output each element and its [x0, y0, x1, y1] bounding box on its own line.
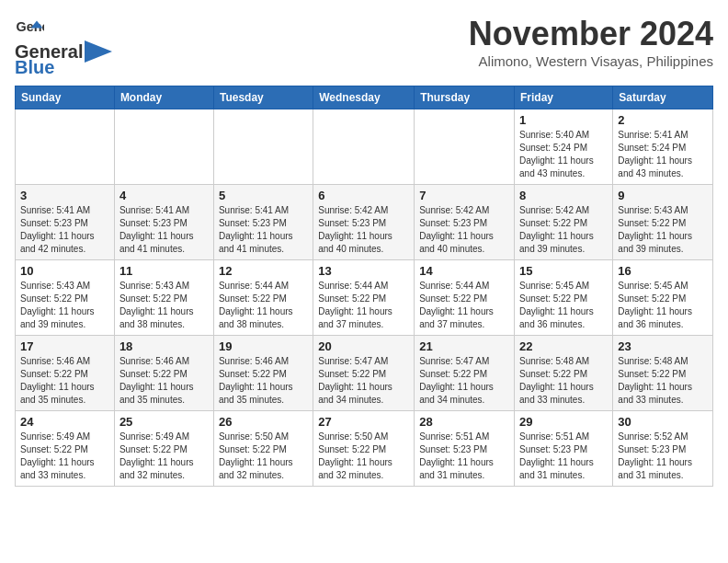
day-number: 22	[519, 339, 608, 353]
day-cell: 10Sunrise: 5:43 AM Sunset: 5:22 PM Dayli…	[16, 260, 115, 336]
day-info: Sunrise: 5:49 AM Sunset: 5:22 PM Dayligh…	[119, 431, 209, 482]
day-cell: 15Sunrise: 5:45 AM Sunset: 5:22 PM Dayli…	[515, 260, 613, 336]
header-saturday: Saturday	[613, 86, 713, 109]
day-cell: 9Sunrise: 5:43 AM Sunset: 5:22 PM Daylig…	[613, 185, 713, 260]
day-cell: 22Sunrise: 5:48 AM Sunset: 5:22 PM Dayli…	[515, 336, 613, 411]
day-info: Sunrise: 5:44 AM Sunset: 5:22 PM Dayligh…	[318, 280, 409, 331]
week-row-5: 24Sunrise: 5:49 AM Sunset: 5:22 PM Dayli…	[16, 411, 713, 487]
week-row-1: 1Sunrise: 5:40 AM Sunset: 5:24 PM Daylig…	[16, 109, 713, 185]
day-info: Sunrise: 5:50 AM Sunset: 5:22 PM Dayligh…	[318, 431, 409, 482]
day-number: 16	[618, 264, 708, 278]
day-info: Sunrise: 5:47 AM Sunset: 5:22 PM Dayligh…	[419, 355, 509, 407]
day-info: Sunrise: 5:46 AM Sunset: 5:22 PM Dayligh…	[219, 355, 308, 407]
day-number: 11	[119, 264, 209, 278]
day-cell: 21Sunrise: 5:47 AM Sunset: 5:22 PM Dayli…	[415, 336, 515, 411]
day-info: Sunrise: 5:45 AM Sunset: 5:22 PM Dayligh…	[618, 280, 708, 331]
header-monday: Monday	[114, 86, 213, 109]
day-info: Sunrise: 5:43 AM Sunset: 5:22 PM Dayligh…	[618, 204, 708, 256]
day-info: Sunrise: 5:47 AM Sunset: 5:22 PM Dayligh…	[318, 355, 409, 407]
day-number: 18	[119, 339, 209, 353]
day-info: Sunrise: 5:46 AM Sunset: 5:22 PM Dayligh…	[20, 355, 109, 407]
day-cell: 14Sunrise: 5:44 AM Sunset: 5:22 PM Dayli…	[415, 260, 515, 336]
day-number: 6	[318, 189, 409, 202]
day-cell: 8Sunrise: 5:42 AM Sunset: 5:22 PM Daylig…	[515, 185, 613, 260]
day-info: Sunrise: 5:41 AM Sunset: 5:23 PM Dayligh…	[219, 204, 308, 256]
day-number: 25	[119, 415, 209, 429]
day-cell	[415, 109, 515, 185]
day-info: Sunrise: 5:41 AM Sunset: 5:24 PM Dayligh…	[618, 129, 708, 180]
header-row: SundayMondayTuesdayWednesdayThursdayFrid…	[16, 86, 713, 109]
day-number: 14	[419, 264, 509, 278]
day-cell: 27Sunrise: 5:50 AM Sunset: 5:22 PM Dayli…	[313, 411, 415, 487]
day-cell	[16, 109, 115, 185]
day-cell: 30Sunrise: 5:52 AM Sunset: 5:23 PM Dayli…	[613, 411, 713, 487]
day-cell: 12Sunrise: 5:44 AM Sunset: 5:22 PM Dayli…	[213, 260, 313, 336]
day-cell	[114, 109, 213, 185]
day-info: Sunrise: 5:42 AM Sunset: 5:23 PM Dayligh…	[318, 204, 409, 256]
day-number: 29	[519, 415, 608, 429]
page-header: General General Blue November 2024 Alimo…	[15, 15, 713, 78]
month-title: November 2024	[469, 15, 713, 53]
day-info: Sunrise: 5:40 AM Sunset: 5:24 PM Dayligh…	[519, 129, 608, 180]
day-number: 20	[318, 339, 409, 353]
day-cell	[213, 109, 313, 185]
day-cell: 6Sunrise: 5:42 AM Sunset: 5:23 PM Daylig…	[313, 185, 415, 260]
day-number: 30	[618, 415, 708, 429]
header-thursday: Thursday	[415, 86, 515, 109]
day-number: 2	[618, 113, 708, 127]
svg-marker-2	[85, 40, 112, 63]
week-row-2: 3Sunrise: 5:41 AM Sunset: 5:23 PM Daylig…	[16, 185, 713, 260]
day-number: 7	[419, 189, 509, 202]
header-sunday: Sunday	[16, 86, 115, 109]
day-number: 26	[219, 415, 308, 429]
day-number: 9	[618, 189, 708, 202]
day-info: Sunrise: 5:44 AM Sunset: 5:22 PM Dayligh…	[419, 280, 509, 331]
day-cell: 1Sunrise: 5:40 AM Sunset: 5:24 PM Daylig…	[515, 109, 613, 185]
day-info: Sunrise: 5:51 AM Sunset: 5:23 PM Dayligh…	[519, 431, 608, 482]
day-info: Sunrise: 5:48 AM Sunset: 5:22 PM Dayligh…	[519, 355, 608, 407]
day-info: Sunrise: 5:43 AM Sunset: 5:22 PM Dayligh…	[119, 280, 209, 331]
day-number: 27	[318, 415, 409, 429]
day-cell: 18Sunrise: 5:46 AM Sunset: 5:22 PM Dayli…	[114, 336, 213, 411]
day-info: Sunrise: 5:52 AM Sunset: 5:23 PM Dayligh…	[618, 431, 708, 482]
day-cell: 24Sunrise: 5:49 AM Sunset: 5:22 PM Dayli…	[16, 411, 115, 487]
day-info: Sunrise: 5:41 AM Sunset: 5:23 PM Dayligh…	[20, 204, 109, 256]
location-subtitle: Alimono, Western Visayas, Philippines	[469, 53, 713, 69]
day-number: 8	[519, 189, 608, 202]
logo-blue: Blue	[15, 57, 54, 78]
day-cell: 5Sunrise: 5:41 AM Sunset: 5:23 PM Daylig…	[213, 185, 313, 260]
day-info: Sunrise: 5:42 AM Sunset: 5:23 PM Dayligh…	[419, 204, 509, 256]
day-number: 28	[419, 415, 509, 429]
logo-area: General General Blue	[15, 15, 114, 78]
day-cell: 2Sunrise: 5:41 AM Sunset: 5:24 PM Daylig…	[613, 109, 713, 185]
day-number: 15	[519, 264, 608, 278]
day-info: Sunrise: 5:51 AM Sunset: 5:23 PM Dayligh…	[419, 431, 509, 482]
day-number: 12	[219, 264, 308, 278]
day-info: Sunrise: 5:45 AM Sunset: 5:22 PM Dayligh…	[519, 280, 608, 331]
day-number: 23	[618, 339, 708, 353]
day-info: Sunrise: 5:43 AM Sunset: 5:22 PM Dayligh…	[20, 280, 109, 331]
day-cell: 29Sunrise: 5:51 AM Sunset: 5:23 PM Dayli…	[515, 411, 613, 487]
day-number: 4	[119, 189, 209, 202]
day-number: 1	[519, 113, 608, 127]
week-row-4: 17Sunrise: 5:46 AM Sunset: 5:22 PM Dayli…	[16, 336, 713, 411]
day-number: 13	[318, 264, 409, 278]
day-number: 24	[20, 415, 109, 429]
day-cell: 17Sunrise: 5:46 AM Sunset: 5:22 PM Dayli…	[16, 336, 115, 411]
header-tuesday: Tuesday	[213, 86, 313, 109]
day-number: 19	[219, 339, 308, 353]
day-cell: 7Sunrise: 5:42 AM Sunset: 5:23 PM Daylig…	[415, 185, 515, 260]
header-wednesday: Wednesday	[313, 86, 415, 109]
day-cell: 16Sunrise: 5:45 AM Sunset: 5:22 PM Dayli…	[613, 260, 713, 336]
day-cell	[313, 109, 415, 185]
day-info: Sunrise: 5:42 AM Sunset: 5:22 PM Dayligh…	[519, 204, 608, 256]
day-info: Sunrise: 5:50 AM Sunset: 5:22 PM Dayligh…	[219, 431, 308, 482]
day-cell: 11Sunrise: 5:43 AM Sunset: 5:22 PM Dayli…	[114, 260, 213, 336]
day-info: Sunrise: 5:48 AM Sunset: 5:22 PM Dayligh…	[618, 355, 708, 407]
day-cell: 4Sunrise: 5:41 AM Sunset: 5:23 PM Daylig…	[114, 185, 213, 260]
day-cell: 13Sunrise: 5:44 AM Sunset: 5:22 PM Dayli…	[313, 260, 415, 336]
day-info: Sunrise: 5:46 AM Sunset: 5:22 PM Dayligh…	[119, 355, 209, 407]
day-info: Sunrise: 5:49 AM Sunset: 5:22 PM Dayligh…	[20, 431, 109, 482]
day-number: 5	[219, 189, 308, 202]
day-cell: 20Sunrise: 5:47 AM Sunset: 5:22 PM Dayli…	[313, 336, 415, 411]
